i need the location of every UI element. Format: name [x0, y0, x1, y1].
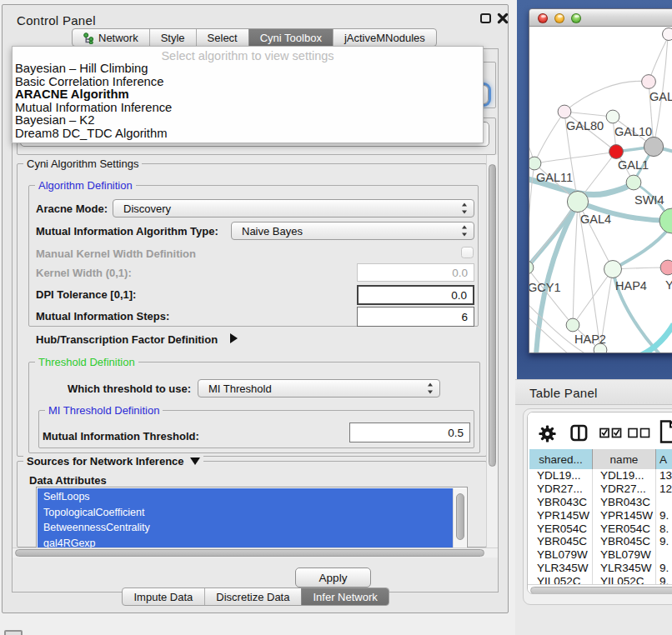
data-attribute-item[interactable]: BetweennessCentrality	[38, 520, 453, 536]
node-label: GAL4	[580, 212, 611, 226]
aracne-mode-combobox[interactable]: Discovery	[113, 199, 474, 218]
settings-vertical-scrollbar[interactable]	[486, 155, 498, 548]
table-row[interactable]: YBR043CYBR043C	[529, 496, 672, 509]
column-header[interactable]: name	[593, 449, 656, 469]
network-edge[interactable]	[613, 228, 669, 269]
table-row[interactable]: YDR27...YDR27...12	[529, 482, 672, 496]
combo-arrows-icon	[460, 202, 468, 215]
manual-kernel-checkbox[interactable]	[461, 247, 474, 258]
checked-pair-icon[interactable]	[599, 428, 622, 438]
expand-arrow-icon[interactable]	[230, 333, 238, 343]
mi-steps-field[interactable]: 6	[357, 307, 474, 327]
network-edge[interactable]	[573, 202, 578, 325]
network-node[interactable]	[594, 343, 607, 352]
table-hscroll-thumb[interactable]	[530, 587, 672, 594]
bottom-tab-discretize-data[interactable]: Discretize Data	[204, 588, 301, 605]
attributes-scroll-thumb[interactable]	[456, 493, 464, 540]
table-cell: YER054C	[529, 522, 593, 535]
network-edge[interactable]	[564, 112, 613, 117]
network-node-y[interactable]	[660, 260, 672, 275]
tab-label: Infer Network	[313, 588, 377, 606]
close-traffic-light-button[interactable]	[538, 13, 548, 23]
network-node-hap2[interactable]	[566, 318, 579, 332]
network-node-gal80[interactable]	[558, 105, 571, 118]
float-window-icon[interactable]	[480, 13, 491, 23]
gear-icon[interactable]	[539, 425, 556, 442]
mi-steps-label: Mutual Information Steps:	[36, 310, 169, 322]
node-label: GAL	[649, 90, 672, 103]
algorithm-option[interactable]: Dream8 DC_TDC Algorithm	[15, 128, 483, 141]
zoom-traffic-light-button[interactable]	[571, 13, 581, 23]
network-edge[interactable]	[573, 269, 613, 325]
tab-jactivemnodules[interactable]: jActiveMNodules	[333, 29, 436, 46]
table-row[interactable]: YER054CYER054C8.	[529, 522, 672, 535]
algorithm-option[interactable]: Basic Correlation Inference	[15, 76, 483, 89]
data-attribute-item[interactable]: SelfLoops	[38, 489, 453, 505]
algorithm-option[interactable]: Mutual Information Inference	[15, 102, 483, 115]
tab-select[interactable]: Select	[196, 29, 248, 46]
network-node-gal[interactable]	[642, 75, 656, 89]
settings-hscroll-thumb[interactable]	[15, 549, 484, 557]
network-node-gal1[interactable]	[609, 145, 624, 159]
data-attributes-list[interactable]: SelfLoopsTopologicalCoefficientBetweenne…	[36, 487, 468, 551]
table-row[interactable]: YPR145WYPR145W9.	[529, 508, 672, 522]
close-icon[interactable]	[497, 12, 509, 24]
mi-type-label: Mutual Information Algorithm Type:	[36, 225, 218, 238]
minimize-traffic-light-button[interactable]	[554, 13, 564, 23]
which-threshold-combobox[interactable]: MI Threshold	[198, 379, 440, 398]
network-node-gal10[interactable]	[606, 110, 619, 123]
table-toolbar	[528, 412, 672, 449]
network-node-swi4[interactable]	[626, 175, 641, 190]
table-row[interactable]: YBR045CYBR045C9.	[529, 535, 672, 548]
minimized-window-icon[interactable]	[4, 630, 23, 635]
column-header[interactable]: shared...	[529, 449, 593, 469]
network-node-hap4[interactable]	[604, 261, 622, 278]
network-edge[interactable]	[534, 112, 564, 163]
network-node-gal11[interactable]	[529, 157, 541, 170]
combo-arrows-icon	[460, 225, 468, 238]
bottom-tab-impute-data[interactable]: Impute Data	[123, 588, 204, 605]
document-icon[interactable]	[659, 420, 672, 443]
network-window-titlebar[interactable]	[529, 9, 672, 27]
mi-type-combobox[interactable]: Naive Bayes	[231, 222, 474, 240]
tab-network[interactable]: Network	[73, 29, 149, 46]
network-node[interactable]	[659, 208, 672, 233]
attributes-list-scrollbar[interactable]	[453, 488, 466, 549]
unchecked-pair-icon[interactable]	[628, 428, 650, 438]
algorithm-option[interactable]: Bayesian – Hill Climbing	[15, 62, 483, 76]
network-node[interactable]	[663, 28, 672, 41]
sources-group-title: Sources for Network Inference	[23, 455, 203, 468]
column-header[interactable]: A	[656, 449, 672, 469]
algorithm-option[interactable]: ARACNE Algorithm	[15, 88, 483, 102]
table-cell: 9.	[656, 508, 672, 522]
network-edge[interactable]	[638, 324, 672, 352]
algorithm-option[interactable]: Bayesian – K2	[15, 114, 483, 128]
data-attribute-item[interactable]: TopologicalCoefficient	[38, 505, 453, 521]
dpi-tolerance-field[interactable]: 0.0	[357, 285, 474, 305]
settings-vscroll-thumb[interactable]	[489, 164, 496, 467]
mi-threshold-field[interactable]: 0.5	[349, 422, 470, 442]
aracne-mode-label: Aracne Mode:	[36, 202, 108, 215]
tab-label: Network	[98, 29, 138, 47]
table-row[interactable]: YDL19...YDL19...13	[529, 469, 672, 482]
settings-horizontal-scrollbar[interactable]	[13, 548, 498, 558]
columns-icon[interactable]	[570, 424, 588, 442]
collapse-arrow-icon[interactable]	[190, 458, 200, 465]
network-canvas[interactable]: GALGAL80GAL10GAL1GAL11SWI4GAL4YHAP4GCY1H…	[529, 27, 672, 352]
tab-label: Cyni Toolbox	[260, 29, 322, 47]
network-edge[interactable]	[564, 81, 649, 112]
aracne-mode-value: Discovery	[123, 202, 171, 215]
network-edge[interactable]	[534, 152, 616, 163]
kernel-width-field[interactable]: 0.0	[357, 263, 474, 282]
bottom-tab-infer-network[interactable]: Infer Network	[301, 588, 389, 605]
table-horizontal-scrollbar[interactable]	[528, 584, 672, 594]
apply-button[interactable]: Apply	[295, 568, 371, 588]
popup-hint: Select algorithm to view settings	[13, 50, 483, 62]
table-row[interactable]: YLR345WYLR345W9.	[529, 562, 672, 575]
network-node[interactable]	[644, 137, 663, 156]
table-row[interactable]: YBL079WYBL079W	[529, 548, 672, 562]
tab-cyni-toolbox[interactable]: Cyni Toolbox	[248, 29, 333, 46]
table-cell: YBR043C	[529, 496, 593, 509]
tab-style[interactable]: Style	[149, 29, 196, 46]
network-node-gal4[interactable]	[567, 191, 588, 212]
